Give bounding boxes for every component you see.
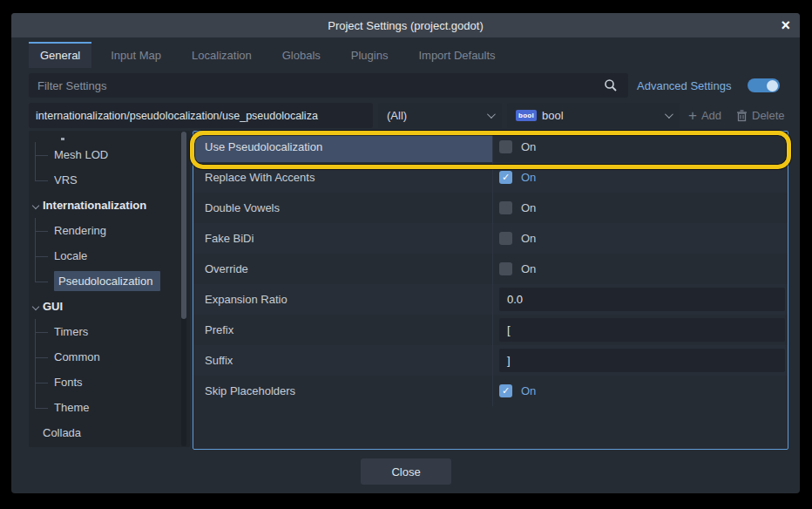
advanced-settings-toggle[interactable] <box>748 78 780 92</box>
advanced-settings-label: Advanced Settings <box>637 73 731 98</box>
property-value: ✓On <box>493 376 788 406</box>
category-filter-value: (All) <box>387 109 407 122</box>
checkbox-label: On <box>521 232 536 245</box>
tab-plugins[interactable]: Plugins <box>340 42 400 68</box>
property-label[interactable]: Replace With Accents <box>193 162 493 193</box>
tree-connector-line <box>35 218 52 243</box>
tree-item-mesh-lod[interactable]: Mesh LOD <box>29 142 190 167</box>
trash-icon <box>736 110 748 122</box>
checkbox[interactable]: ✓ <box>499 171 512 184</box>
value-field[interactable]: [ <box>499 318 785 342</box>
tree-item-theme[interactable]: Theme <box>29 395 190 420</box>
tree-item-fonts[interactable]: Fonts <box>29 370 190 395</box>
toggle-knob <box>767 80 778 92</box>
tab-input-map[interactable]: Input Map <box>99 42 173 68</box>
property-value: On <box>493 254 788 284</box>
tree-item-label: Timers <box>54 325 88 338</box>
property-label[interactable]: Prefix <box>193 315 493 345</box>
search-input[interactable] <box>29 73 628 98</box>
property-value: [ <box>493 315 788 345</box>
close-icon[interactable]: × <box>781 13 790 37</box>
filter-row: Advanced Settings <box>29 73 782 98</box>
property-row-replace-with-accents: Replace With Accents✓On <box>193 162 788 193</box>
tab-import-defaults[interactable]: Import Defaults <box>407 42 506 68</box>
tab-globals[interactable]: Globals <box>271 42 332 68</box>
tab-general[interactable]: General <box>29 42 91 68</box>
property-label[interactable]: Use Pseudolocalization <box>193 132 493 162</box>
tree-item-collada[interactable]: Collada <box>29 420 190 445</box>
tree-item-clipped <box>29 131 190 142</box>
tab-bar: GeneralInput MapLocalizationGlobalsPlugi… <box>29 42 782 68</box>
tree-items: Mesh LODVRSInternationalizationRendering… <box>29 131 190 445</box>
chevron-down-icon <box>32 303 39 310</box>
property-row-fake-bidi: Fake BiDiOn <box>193 223 788 254</box>
value-field[interactable]: ] <box>499 349 785 372</box>
tree-item-label: Theme <box>54 401 89 414</box>
tree-item-label: Mesh LOD <box>54 148 108 161</box>
close-button[interactable]: Close <box>361 458 451 485</box>
checkbox[interactable] <box>499 140 512 153</box>
tree-item-label: Internationalization <box>43 199 146 212</box>
property-row-skip-placeholders: Skip Placeholders✓On <box>193 376 788 406</box>
plus-icon: + <box>688 108 697 123</box>
close-button-label: Close <box>391 465 420 478</box>
tree-connector-line <box>35 167 52 193</box>
tree-item-pseudolocalization[interactable]: Pseudolocalization <box>29 268 190 294</box>
chevron-down-icon <box>487 110 496 119</box>
chevron-down-icon <box>665 110 673 119</box>
tree-connector-line <box>35 268 52 294</box>
property-row-prefix: Prefix[ <box>193 315 788 345</box>
tree-item-locale[interactable]: Locale <box>29 243 190 268</box>
tree-connector-line <box>35 395 52 420</box>
tree-connector-line <box>35 142 52 167</box>
value-field[interactable]: 0.0 <box>499 288 785 311</box>
property-label[interactable]: Expansion Ratio <box>193 284 493 315</box>
properties-panel: Use PseudolocalizationOnReplace With Acc… <box>193 131 788 450</box>
tree-item-label: Pseudolocalization <box>54 271 160 291</box>
tree-item-label: Common <box>54 350 100 363</box>
delete-button[interactable]: Delete <box>736 103 785 128</box>
tree-item-internationalization[interactable]: Internationalization <box>29 193 190 218</box>
property-rows: Use PseudolocalizationOnReplace With Acc… <box>193 132 788 406</box>
title-bar: Project Settings (project.godot) × <box>11 13 800 37</box>
category-filter-dropdown[interactable]: (All) <box>378 103 502 128</box>
property-row-double-vowels: Double VowelsOn <box>193 193 788 223</box>
tree-item-rendering[interactable]: Rendering <box>29 218 190 243</box>
tree-item-label: Rendering <box>54 224 106 237</box>
tab-localization[interactable]: Localization <box>180 42 263 68</box>
checkbox[interactable] <box>499 232 512 245</box>
type-dropdown[interactable]: bool bool <box>507 103 680 128</box>
checkbox[interactable] <box>499 201 512 214</box>
property-value: ✓On <box>493 162 788 193</box>
checkbox-label: On <box>521 262 536 275</box>
property-label[interactable]: Double Vowels <box>193 193 493 223</box>
tree-item-label: Fonts <box>54 376 83 389</box>
property-value: On <box>493 223 788 254</box>
clipped-item-mark <box>61 138 64 140</box>
property-label[interactable]: Skip Placeholders <box>193 376 493 406</box>
tree-item-common[interactable]: Common <box>29 344 190 370</box>
tree-scrollbar[interactable] <box>181 132 186 446</box>
add-button[interactable]: + Add <box>688 103 721 128</box>
property-label[interactable]: Override <box>193 254 493 284</box>
property-value: 0.0 <box>493 284 788 315</box>
settings-tree: Mesh LODVRSInternationalizationRendering… <box>29 131 190 447</box>
property-row-expansion-ratio: Expansion Ratio0.0 <box>193 284 788 315</box>
add-button-label: Add <box>701 109 721 122</box>
checkbox[interactable] <box>499 262 512 275</box>
property-label[interactable]: Fake BiDi <box>193 223 493 254</box>
tree-item-vrs[interactable]: VRS <box>29 167 190 193</box>
tree-item-gui[interactable]: GUI <box>29 294 190 319</box>
checkbox[interactable]: ✓ <box>499 384 512 397</box>
tree-connector-line <box>35 243 52 268</box>
window-title: Project Settings (project.godot) <box>328 19 483 32</box>
project-settings-dialog: Project Settings (project.godot) × Gener… <box>11 13 800 493</box>
tree-item-label: GUI <box>43 300 63 313</box>
property-path-input[interactable] <box>29 103 373 128</box>
tree-item-timers[interactable]: Timers <box>29 319 190 344</box>
tree-connector-line <box>35 370 52 395</box>
tree-scrollbar-thumb[interactable] <box>181 132 186 319</box>
property-label[interactable]: Suffix <box>193 345 493 376</box>
tree-item-label: VRS <box>54 173 78 187</box>
property-row-use-pseudolocalization: Use PseudolocalizationOn <box>193 132 788 162</box>
